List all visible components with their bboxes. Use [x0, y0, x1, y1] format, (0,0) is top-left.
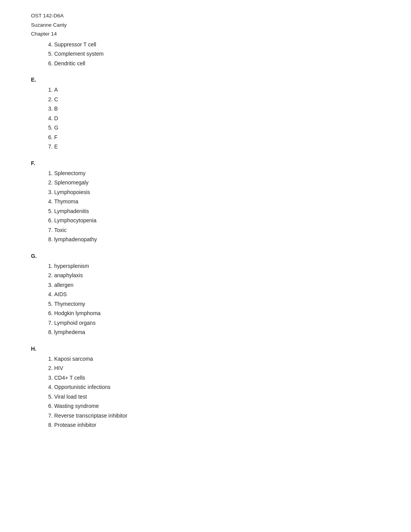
list-item: G	[54, 123, 380, 133]
list-item: Protease inhibitor	[54, 420, 380, 430]
list-item: Viral load test	[54, 392, 380, 402]
list-item: Opportunistic infections	[54, 382, 380, 392]
list-item: E	[54, 142, 380, 152]
list-item: Lymphadenitis	[54, 206, 380, 216]
list-item: D	[54, 114, 380, 123]
list-item: Splenomegaly	[54, 178, 380, 188]
header-line3: Chapter 14	[31, 30, 380, 38]
section-list-top-list: Suppressor T cellComplement systemDendri…	[54, 40, 380, 68]
list-item: CD4+ T cells	[54, 373, 380, 383]
header: OST 142-D6A Suzanne Canty Chapter 14	[31, 12, 380, 38]
list-item: lymphedema	[54, 327, 380, 337]
list-item: Lymphopoiesis	[54, 188, 380, 197]
list-item: Suppressor T cell	[54, 40, 380, 49]
section-label-H: H.	[31, 346, 380, 352]
section-label-F: F.	[31, 160, 380, 166]
list-item: Splenectomy	[54, 169, 380, 178]
list-item: allergen	[54, 280, 380, 290]
list-item: Complement system	[54, 49, 380, 59]
list-item: Dendritic cell	[54, 59, 380, 68]
list-item: Reverse transcriptase inhibitor	[54, 411, 380, 421]
list-item: AIDS	[54, 290, 380, 299]
section-list-E: ACBDGFE	[54, 85, 380, 152]
list-item: Wasting syndrome	[54, 401, 380, 411]
list-item: Kaposi sarcoma	[54, 354, 380, 364]
list-item: hypersplenism	[54, 261, 380, 271]
list-item: A	[54, 85, 380, 95]
list-item: B	[54, 104, 380, 114]
list-item: C	[54, 95, 380, 104]
list-item: F	[54, 133, 380, 142]
list-item: HIV	[54, 363, 380, 373]
header-line1: OST 142-D6A	[31, 12, 380, 20]
section-label-E: E.	[31, 77, 380, 83]
list-item: Thymoma	[54, 197, 380, 206]
section-list-H: Kaposi sarcomaHIVCD4+ T cellsOpportunist…	[54, 354, 380, 430]
list-item: Toxic	[54, 225, 380, 235]
header-line2: Suzanne Canty	[31, 21, 380, 29]
list-item: Lymphocytopenia	[54, 216, 380, 225]
sections-container: Suppressor T cellComplement systemDendri…	[31, 40, 380, 430]
list-item: Thymectomy	[54, 299, 380, 309]
list-item: Lymphoid organs	[54, 318, 380, 328]
list-item: Hodgkin lymphoma	[54, 309, 380, 318]
section-list-F: SplenectomySplenomegalyLymphopoiesisThym…	[54, 169, 380, 244]
list-item: lymphadenopathy	[54, 235, 380, 244]
section-label-G: G.	[31, 253, 380, 259]
list-item: anaphylaxis	[54, 271, 380, 280]
section-list-G: hypersplenismanaphylaxisallergenAIDSThym…	[54, 261, 380, 337]
